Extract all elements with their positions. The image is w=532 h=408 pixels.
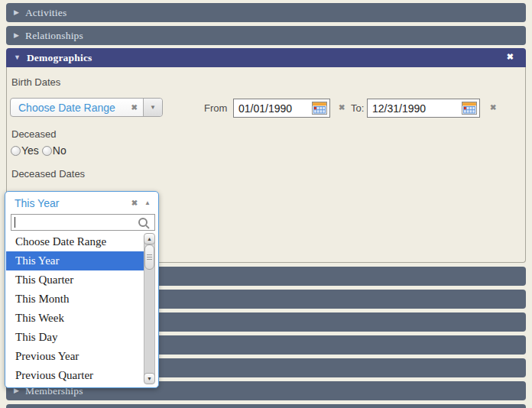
section-header-activities[interactable]: ▶ Activities xyxy=(6,3,526,22)
radio-yes[interactable] xyxy=(11,146,21,156)
grip-lines-icon xyxy=(147,259,152,260)
section-label: Demographics xyxy=(27,52,92,64)
section-header-hidden[interactable] xyxy=(6,404,526,408)
selected-value: Choose Date Range xyxy=(11,102,126,114)
dropdown-option[interactable]: Choose Date Range xyxy=(6,232,147,251)
scroll-up-icon: ▲ xyxy=(147,236,152,241)
scroll-down-icon: ▼ xyxy=(147,376,152,381)
section-label: Relationships xyxy=(25,30,83,42)
caret-right-icon: ▶ xyxy=(14,387,19,394)
section-label: Activities xyxy=(25,7,67,19)
scroll-down-button[interactable]: ▼ xyxy=(144,373,155,384)
dropdown-option[interactable]: This Week xyxy=(6,309,147,328)
dropdown-option[interactable]: This Month xyxy=(6,290,147,309)
birth-dates-label: Birth Dates xyxy=(11,76,60,88)
clear-icon[interactable]: ✖ xyxy=(126,104,143,112)
to-clear-icon[interactable]: ✖ xyxy=(490,103,496,112)
from-date-field xyxy=(233,99,330,118)
radio-no-label: No xyxy=(53,144,66,157)
dropdown-option[interactable]: Previous Year xyxy=(6,347,147,366)
deceased-dates-dropdown: This Year ✖ ▲ Choose Date Range This Yea… xyxy=(5,191,159,388)
page: ▶ Activities ▶ Relationships ▼ Demograph… xyxy=(0,0,532,408)
radio-yes-label: Yes xyxy=(21,144,39,157)
dropdown-option[interactable]: This Day xyxy=(6,328,147,347)
calendar-icon[interactable] xyxy=(312,102,327,115)
search-icon xyxy=(138,218,148,227)
section-header-demographics[interactable]: ▼ Demographics ✖ xyxy=(6,48,526,67)
deceased-date-range-select[interactable]: This Year ✖ ▲ xyxy=(7,193,157,212)
deceased-dates-label: Deceased Dates xyxy=(11,168,85,180)
text-cursor xyxy=(15,217,15,228)
from-clear-icon[interactable]: ✖ xyxy=(339,103,345,112)
radio-no[interactable] xyxy=(42,146,52,156)
dropdown-results-list: Choose Date Range This Year This Quarter… xyxy=(6,232,147,385)
chevron-up-icon[interactable]: ▲ xyxy=(143,199,157,206)
dropdown-option[interactable]: Previous Quarter xyxy=(6,366,147,385)
scrollbar-thumb[interactable] xyxy=(144,244,154,270)
caret-right-icon: ▶ xyxy=(14,32,19,39)
scroll-up-button[interactable]: ▲ xyxy=(144,233,155,244)
to-date-field xyxy=(367,99,480,118)
dropdown-scrollbar: ▲ ▼ xyxy=(144,233,155,384)
to-label: To: xyxy=(351,102,364,114)
dropdown-search-field xyxy=(11,214,155,231)
caret-down-icon: ▼ xyxy=(14,54,21,61)
deceased-label: Deceased xyxy=(11,128,57,140)
caret-right-icon: ▶ xyxy=(14,9,19,16)
dropdown-option[interactable]: This Quarter xyxy=(6,270,147,290)
birth-date-range-select[interactable]: Choose Date Range ✖ ▼ xyxy=(10,98,163,117)
grip-lines-icon xyxy=(147,254,152,255)
calendar-icon[interactable] xyxy=(462,102,477,115)
dropdown-arrow-button[interactable]: ▼ xyxy=(143,99,162,116)
chevron-down-icon: ▼ xyxy=(150,105,156,111)
dropdown-search-input[interactable] xyxy=(11,215,154,230)
dropdown-option-selected[interactable]: This Year xyxy=(6,251,147,270)
clear-icon[interactable]: ✖ xyxy=(126,199,143,207)
selected-value: This Year xyxy=(7,197,126,209)
grip-lines-icon xyxy=(147,257,152,257)
from-label: From xyxy=(204,102,227,114)
close-icon[interactable]: ✖ xyxy=(507,52,514,62)
deceased-radio-group: Yes No xyxy=(11,144,70,157)
section-header-relationships[interactable]: ▶ Relationships xyxy=(6,26,526,45)
